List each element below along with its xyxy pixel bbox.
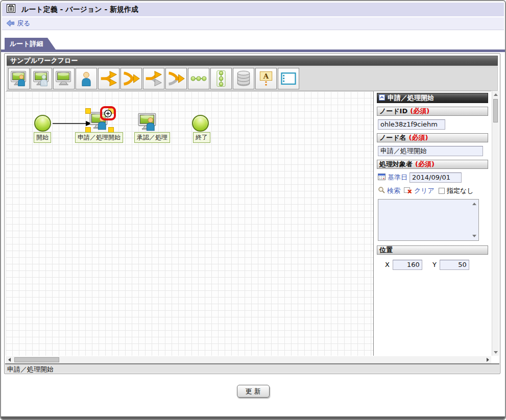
tool-exclusive-split-button[interactable] bbox=[143, 68, 164, 89]
back-bar: 戻る bbox=[2, 17, 504, 30]
scroll-down-button[interactable] bbox=[492, 349, 499, 356]
sequence-vertical-icon bbox=[212, 69, 230, 88]
node-start[interactable] bbox=[34, 115, 51, 132]
node-end[interactable] bbox=[192, 115, 209, 132]
route-editor-frame: サンプルワークフロー 開始 bbox=[4, 53, 500, 374]
scroll-left-button[interactable] bbox=[6, 356, 13, 363]
tool-sequence-horizontal-button[interactable] bbox=[188, 68, 209, 89]
position-x-label: X bbox=[385, 261, 390, 268]
node-start-label[interactable]: 開始 bbox=[34, 132, 51, 143]
tool-annotation-button[interactable] bbox=[255, 68, 277, 89]
properties-title: 申請／処理開始 bbox=[388, 93, 434, 103]
position-y-label: Y bbox=[432, 261, 437, 268]
scroll-right-button[interactable] bbox=[484, 356, 491, 363]
node-name-input[interactable] bbox=[378, 146, 483, 156]
assignee-section: 処理対象者 (必須) bbox=[377, 160, 488, 169]
properties-header: 申請／処理開始 bbox=[377, 93, 488, 103]
no-assign-label: 指定なし bbox=[447, 186, 474, 195]
search-link[interactable]: 検索 bbox=[387, 186, 400, 195]
base-date-input[interactable] bbox=[409, 172, 462, 183]
tool-frame-button[interactable] bbox=[278, 68, 299, 89]
exclusive-join-icon bbox=[167, 69, 185, 88]
status-bar: 申請／処理開始 bbox=[5, 363, 499, 373]
node-name-section: ノード名 (必須) bbox=[377, 133, 488, 142]
annotation-icon bbox=[257, 69, 275, 88]
workflow-canvas[interactable]: 開始 申請／処理開始 承認／処理 終了 bbox=[6, 91, 491, 356]
tool-branch-join-button[interactable] bbox=[121, 68, 142, 89]
tool-interactive-task-button[interactable] bbox=[8, 68, 30, 89]
selection-handle[interactable] bbox=[85, 108, 91, 114]
required-mark: (必須) bbox=[409, 133, 428, 142]
dynamic-task-icon bbox=[32, 69, 51, 88]
node-apply-start-label[interactable]: 申請／処理開始 bbox=[75, 132, 123, 143]
workflow-panel-title: サンプルワークフロー bbox=[7, 56, 498, 66]
sequence-horizontal-icon bbox=[189, 69, 208, 88]
required-mark: (必須) bbox=[410, 107, 429, 116]
node-toolbar bbox=[7, 66, 498, 91]
user-task-icon bbox=[77, 69, 95, 88]
tool-dynamic-task-button[interactable] bbox=[31, 68, 52, 89]
node-id-section: ノードID (必須) bbox=[377, 107, 488, 116]
properties-panel: 申請／処理開始 ノードID (必須) ノード名 (必須) 処理対象者 bbox=[373, 91, 491, 356]
app-window: ルート定義 - バージョン - 新規作成 戻る ルート詳細 サンプルワークフロー bbox=[0, 0, 506, 420]
tab-underline bbox=[1, 50, 505, 52]
vertical-scroll-thumb[interactable] bbox=[493, 99, 498, 122]
connector-arrow[interactable] bbox=[53, 120, 92, 127]
base-date-link[interactable]: 基準日 bbox=[388, 173, 407, 182]
no-assign-checkbox[interactable] bbox=[439, 188, 445, 194]
search-icon[interactable] bbox=[378, 186, 385, 195]
listbox-scroll-up-icon[interactable] bbox=[472, 203, 476, 205]
position-label: 位置 bbox=[379, 245, 393, 255]
canvas-vertical-scrollbar[interactable] bbox=[492, 91, 499, 356]
node-end-label[interactable]: 終了 bbox=[193, 132, 210, 143]
node-name-label: ノード名 bbox=[379, 133, 406, 142]
collapse-icon[interactable] bbox=[379, 94, 385, 102]
title-bar: ルート定義 - バージョン - 新規作成 bbox=[2, 3, 504, 16]
database-icon bbox=[234, 69, 253, 88]
position-x-input[interactable] bbox=[393, 260, 422, 270]
listbox-scroll-down-icon[interactable] bbox=[472, 235, 476, 237]
branch-split-icon bbox=[100, 69, 118, 88]
window-bottom-edge bbox=[1, 416, 505, 419]
tab-route-detail[interactable]: ルート詳細 bbox=[5, 38, 56, 50]
interactive-task-icon bbox=[137, 111, 158, 133]
scroll-up-button[interactable] bbox=[492, 91, 499, 98]
position-y-input[interactable] bbox=[440, 260, 469, 270]
drop-target-indicator bbox=[100, 106, 116, 120]
exclusive-split-icon bbox=[144, 69, 163, 88]
update-button[interactable]: 更 新 bbox=[237, 385, 270, 398]
tool-exclusive-join-button[interactable] bbox=[165, 68, 187, 89]
page-title: ルート定義 - バージョン - 新規作成 bbox=[21, 5, 138, 14]
clear-link[interactable]: クリア bbox=[414, 186, 435, 195]
canvas-horizontal-scrollbar[interactable] bbox=[6, 356, 491, 363]
frame-icon bbox=[279, 69, 298, 88]
branch-join-icon bbox=[122, 69, 140, 88]
tool-branch-split-button[interactable] bbox=[98, 68, 119, 89]
assignee-listbox[interactable] bbox=[378, 199, 479, 241]
clear-icon[interactable] bbox=[404, 186, 412, 195]
node-id-input[interactable] bbox=[378, 119, 445, 130]
horizontal-scroll-thumb[interactable] bbox=[14, 357, 59, 362]
system-task-icon bbox=[55, 69, 73, 88]
node-apply-start[interactable] bbox=[88, 110, 110, 132]
tool-sequence-vertical-button[interactable] bbox=[210, 68, 232, 89]
required-mark: (必須) bbox=[415, 160, 435, 169]
node-approve-label[interactable]: 承認／処理 bbox=[134, 132, 170, 143]
tool-system-task-button[interactable] bbox=[53, 68, 75, 89]
tool-user-task-button[interactable] bbox=[76, 68, 97, 89]
node-id-label: ノードID bbox=[379, 107, 407, 116]
tool-database-button[interactable] bbox=[233, 68, 254, 89]
position-section: 位置 bbox=[377, 245, 488, 255]
calendar-icon[interactable] bbox=[378, 173, 385, 182]
interactive-task-icon bbox=[10, 69, 28, 88]
back-link[interactable]: 戻る bbox=[17, 19, 30, 28]
document-icon bbox=[7, 4, 15, 15]
assignee-label: 処理対象者 bbox=[379, 160, 413, 169]
node-approve[interactable] bbox=[137, 111, 158, 133]
back-arrow-icon[interactable] bbox=[6, 19, 15, 29]
